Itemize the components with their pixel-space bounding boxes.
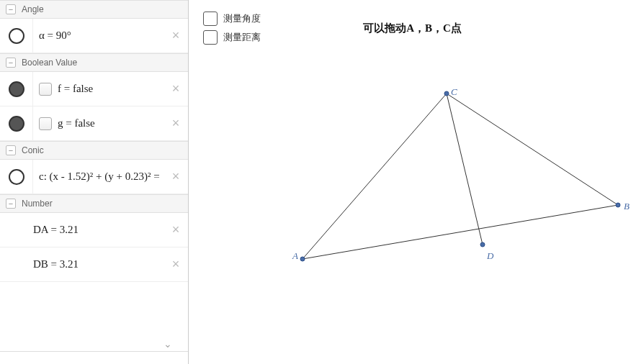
- point-b[interactable]: [616, 203, 620, 207]
- algebra-sidebar: − Angle α = 90° × − Boolean Value f = fa…: [0, 0, 189, 364]
- value-g[interactable]: g = false: [33, 117, 166, 130]
- point-label-b: B: [624, 201, 630, 212]
- section-label: Angle: [22, 4, 44, 14]
- section-angle[interactable]: − Angle: [0, 0, 188, 19]
- sidebar-scroll[interactable]: − Angle α = 90° × − Boolean Value f = fa…: [0, 0, 188, 351]
- section-label: Boolean Value: [22, 58, 77, 68]
- point-a[interactable]: [300, 257, 305, 261]
- checkbox-icon[interactable]: [39, 83, 52, 96]
- delete-button[interactable]: ×: [166, 27, 185, 45]
- visibility-toggle[interactable]: [0, 72, 33, 106]
- section-boolean[interactable]: − Boolean Value: [0, 53, 188, 72]
- geometry-svg: [189, 0, 636, 364]
- segment-ca[interactable]: [303, 94, 447, 259]
- section-label: Conic: [22, 145, 44, 155]
- visibility-toggle[interactable]: [0, 19, 33, 53]
- sidebar-hscroll[interactable]: [0, 351, 188, 364]
- value-alpha[interactable]: α = 90°: [33, 29, 166, 42]
- delete-button[interactable]: ×: [166, 168, 185, 186]
- visibility-toggle[interactable]: [0, 106, 33, 140]
- point-label-c: C: [451, 86, 457, 98]
- delete-button[interactable]: ×: [166, 80, 185, 99]
- section-label: Number: [22, 199, 53, 209]
- value-text: f = false: [58, 83, 93, 95]
- point-label-d: D: [487, 250, 493, 262]
- delete-button[interactable]: ×: [166, 114, 185, 133]
- segment-ab[interactable]: [303, 205, 618, 259]
- segment-cd[interactable]: [447, 94, 483, 245]
- row-g[interactable]: g = false ×: [0, 106, 188, 141]
- point-d[interactable]: [480, 242, 485, 247]
- point-label-a: A: [292, 250, 298, 262]
- section-number[interactable]: − Number: [0, 194, 188, 213]
- row-f[interactable]: f = false ×: [0, 72, 188, 106]
- value-da[interactable]: DA = 3.21: [0, 224, 166, 236]
- delete-button[interactable]: ×: [166, 221, 185, 240]
- row-alpha[interactable]: α = 90° ×: [0, 19, 188, 53]
- section-conic[interactable]: − Conic: [0, 141, 188, 160]
- row-conic-c[interactable]: c: (x - 1.52)² + (y + 0.23)² = ×: [0, 160, 188, 194]
- row-db[interactable]: DB = 3.21 ×: [0, 247, 188, 282]
- collapse-icon[interactable]: −: [6, 199, 16, 209]
- value-conic[interactable]: c: (x - 1.52)² + (y + 0.23)² =: [33, 170, 166, 183]
- segment-bc[interactable]: [447, 94, 618, 205]
- checkbox-icon[interactable]: [39, 117, 52, 130]
- value-f[interactable]: f = false: [33, 83, 166, 96]
- collapse-icon[interactable]: −: [6, 58, 16, 68]
- value-text: g = false: [58, 117, 95, 129]
- point-c[interactable]: [444, 91, 449, 96]
- collapse-icon[interactable]: −: [6, 145, 16, 155]
- delete-button[interactable]: ×: [166, 255, 185, 274]
- collapse-icon[interactable]: −: [6, 4, 16, 14]
- graphics-view[interactable]: 测量角度 测量距离 可以拖动A，B，C点 ABCD: [189, 0, 636, 364]
- visibility-toggle[interactable]: [0, 160, 33, 194]
- row-da[interactable]: DA = 3.21 ×: [0, 213, 188, 247]
- value-db[interactable]: DB = 3.21: [0, 258, 166, 270]
